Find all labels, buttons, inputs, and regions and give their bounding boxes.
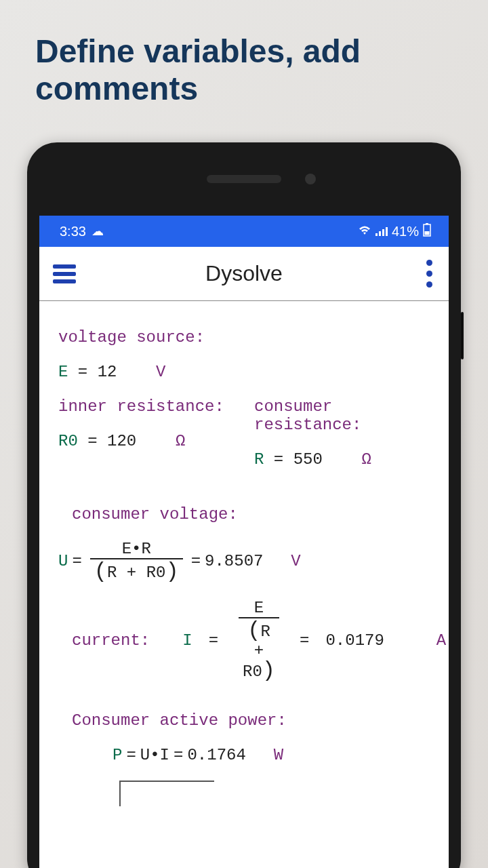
unit-A: A [436, 631, 446, 650]
eq-U: U = E•R (R + R0) = 9.8507 V [58, 540, 430, 583]
comment-consumer-power: Consumer active power: [72, 711, 430, 730]
sqrt-vbar [119, 782, 430, 806]
comment-current: current: [72, 631, 150, 650]
comment-consumer-res: consumer resistance: [254, 397, 430, 434]
front-camera [305, 174, 316, 184]
svg-rect-6 [425, 231, 430, 235]
unit-ohm: Ω [176, 432, 185, 450]
earpiece [207, 175, 281, 183]
var-U: U [58, 552, 68, 570]
eq-E: E = 12 V [58, 363, 430, 381]
svg-rect-1 [379, 231, 381, 236]
comment-voltage-source: voltage source: [58, 328, 430, 347]
val-P: 0.1764 [187, 746, 245, 764]
more-button[interactable] [424, 257, 435, 290]
calc-content[interactable]: voltage source: E = 12 V inner resistanc… [39, 301, 449, 868]
svg-rect-0 [375, 233, 378, 236]
dots-vertical-icon [426, 260, 432, 266]
frac-U: E•R (R + R0) [90, 540, 183, 583]
val-I: 0.0179 [325, 631, 384, 650]
svg-rect-3 [386, 227, 388, 236]
hamburger-icon [53, 264, 76, 269]
app-title: Dysolve [205, 261, 283, 286]
expr-UI: U•I [140, 746, 169, 764]
unit-V: V [156, 363, 165, 381]
status-time: 3:33 [60, 224, 86, 239]
row-current: current: I = E (R + R0) = 0.0179 A [58, 599, 430, 682]
comment-inner-res: inner resistance: [58, 397, 234, 416]
var-E: E [58, 363, 68, 381]
menu-button[interactable] [53, 260, 80, 288]
phone-side-button [461, 312, 464, 359]
battery-text: 41% [392, 224, 419, 239]
frac-I: E (R + R0) [239, 599, 279, 682]
status-bar: 3:33 ☁ 41% [39, 216, 449, 247]
cloud-icon: ☁ [92, 224, 104, 239]
val-R: 550 [293, 450, 323, 469]
var-I: I [182, 631, 192, 650]
val-R0: 120 [107, 432, 136, 450]
comment-consumer-voltage: consumer voltage: [72, 505, 430, 524]
val-U: 9.8507 [205, 552, 263, 570]
app-bar: Dysolve [39, 247, 449, 301]
svg-rect-2 [382, 229, 384, 236]
phone-frame: 3:33 ☁ 41% Dysolve [27, 142, 461, 868]
wifi-icon [358, 224, 371, 239]
eq-R0: R0 = 120 Ω [58, 432, 234, 450]
battery-icon [423, 223, 431, 240]
promo-title: Define variables, add comments [35, 33, 453, 107]
eq-P: P = U•I = 0.1764 W [113, 746, 430, 764]
var-R0: R0 [58, 432, 78, 450]
eq-R: R = 550 Ω [254, 450, 430, 469]
screen: 3:33 ☁ 41% Dysolve [39, 216, 449, 868]
var-R: R [254, 450, 264, 469]
unit-W: W [274, 746, 283, 764]
val-E: 12 [98, 363, 117, 381]
var-P: P [113, 746, 122, 764]
signal-icon [375, 224, 388, 239]
